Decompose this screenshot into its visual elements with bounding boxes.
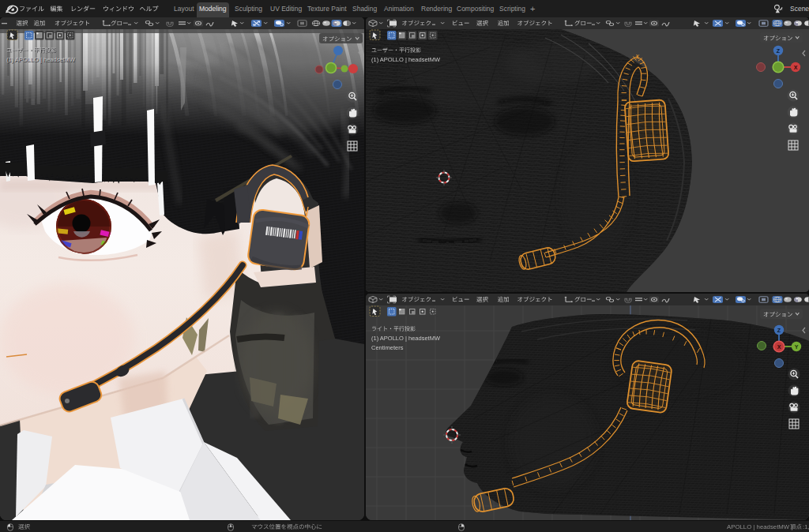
svg-text:Z: Z <box>777 48 781 54</box>
svg-text:X: X <box>777 344 781 350</box>
svg-text:(1) APOLLO | headsetMW: (1) APOLLO | headsetMW <box>6 56 76 63</box>
svg-text:Z: Z <box>777 328 781 333</box>
svg-text:Centimeters: Centimeters <box>371 344 404 351</box>
svg-text:(1) APOLLO | headsetMW: (1) APOLLO | headsetMW <box>371 335 441 342</box>
svg-text:X: X <box>794 65 798 70</box>
svg-text:(1) APOLLO | headsetMW: (1) APOLLO | headsetMW <box>371 56 441 63</box>
svg-text:Y: Y <box>795 344 799 350</box>
